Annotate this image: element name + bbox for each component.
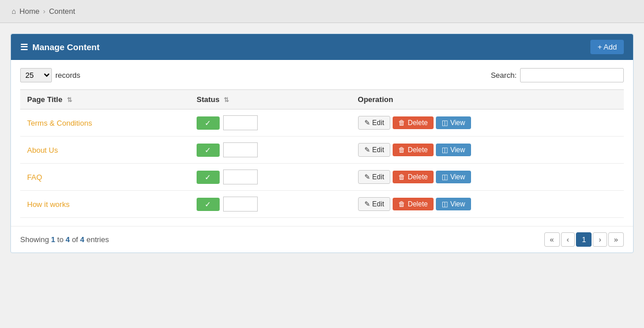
cell-operation: ✎ Edit🗑 Delete◫ View <box>351 191 624 218</box>
records-label: records <box>55 71 80 80</box>
col-status-label: Status <box>197 95 220 104</box>
cell-operation: ✎ Edit🗑 Delete◫ View <box>351 110 624 137</box>
status-toggle[interactable]: ✓ <box>197 144 220 157</box>
breadcrumb-current: Content <box>49 7 76 16</box>
status-toggle[interactable]: ✓ <box>197 198 220 211</box>
cell-status: ✓ <box>190 191 351 218</box>
edit-button[interactable]: ✎ Edit <box>358 197 391 211</box>
showing-text: Showing 1 to 4 of 4 entries <box>20 235 109 244</box>
panel-title-icon: ☰ <box>20 42 28 52</box>
panel-title-text: Manage Content <box>32 42 100 52</box>
cell-page-title: About Us <box>20 137 190 164</box>
pagination-last[interactable]: » <box>608 232 624 247</box>
page-title-link[interactable]: About Us <box>27 146 58 154</box>
panel-title: ☰ Manage Content <box>20 42 100 52</box>
search-label: Search: <box>491 71 517 80</box>
col-operation: Operation <box>351 90 624 110</box>
page-title-link[interactable]: FAQ <box>27 173 42 182</box>
status-text-input[interactable] <box>223 169 258 184</box>
table-row: FAQ✓✎ Edit🗑 Delete◫ View <box>20 164 624 191</box>
pagination-current[interactable]: 1 <box>576 232 592 247</box>
panel-body: 25 50 100 records Search: Page Title ⇅ <box>11 60 633 226</box>
main-panel: ☰ Manage Content + Add 25 50 100 records… <box>10 33 634 253</box>
panel-footer: Showing 1 to 4 of 4 entries « ‹ 1 › » <box>11 226 633 252</box>
search-input[interactable] <box>520 68 624 82</box>
table-row: About Us✓✎ Edit🗑 Delete◫ View <box>20 137 624 164</box>
edit-button[interactable]: ✎ Edit <box>358 170 391 184</box>
delete-icon: 🗑 <box>398 146 405 154</box>
sort-icon-status: ⇅ <box>224 96 229 103</box>
sort-icon-page-title: ⇅ <box>67 96 72 103</box>
status-text-input[interactable] <box>223 115 258 130</box>
cell-status: ✓ <box>190 110 351 137</box>
cell-operation: ✎ Edit🗑 Delete◫ View <box>351 137 624 164</box>
breadcrumb-home[interactable]: Home <box>20 7 40 16</box>
showing-total: 4 <box>80 235 84 244</box>
status-text-input[interactable] <box>223 142 258 157</box>
cell-page-title: FAQ <box>20 164 190 191</box>
showing-from: 1 <box>51 235 55 244</box>
search-control: Search: <box>491 68 624 82</box>
cell-operation: ✎ Edit🗑 Delete◫ View <box>351 164 624 191</box>
table-row: Terms & Conditions✓✎ Edit🗑 Delete◫ View <box>20 110 624 137</box>
edit-icon: ✎ <box>364 200 370 208</box>
status-toggle[interactable]: ✓ <box>197 171 220 184</box>
pagination: « ‹ 1 › » <box>544 232 624 247</box>
pagination-first[interactable]: « <box>544 232 560 247</box>
cell-status: ✓ <box>190 164 351 191</box>
view-button[interactable]: ◫ View <box>436 198 471 210</box>
edit-button[interactable]: ✎ Edit <box>358 116 391 130</box>
table-row: How it works✓✎ Edit🗑 Delete◫ View <box>20 191 624 218</box>
edit-icon: ✎ <box>364 173 370 181</box>
col-status[interactable]: Status ⇅ <box>190 90 351 110</box>
delete-button[interactable]: 🗑 Delete <box>393 198 434 210</box>
panel-header: ☰ Manage Content + Add <box>11 34 633 60</box>
view-icon: ◫ <box>442 146 448 154</box>
delete-icon: 🗑 <box>398 173 405 181</box>
delete-icon: 🗑 <box>398 119 405 127</box>
table-body: Terms & Conditions✓✎ Edit🗑 Delete◫ ViewA… <box>20 110 624 218</box>
breadcrumb-separator: › <box>43 7 46 16</box>
page-title-link[interactable]: Terms & Conditions <box>27 119 92 127</box>
breadcrumb: ⌂ Home › Content <box>0 0 644 23</box>
delete-button[interactable]: 🗑 Delete <box>393 171 434 183</box>
pagination-next[interactable]: › <box>593 232 607 247</box>
home-icon: ⌂ <box>12 7 16 16</box>
table-header: Page Title ⇅ Status ⇅ Operation <box>20 90 624 110</box>
col-page-title-label: Page Title <box>27 95 62 104</box>
view-icon: ◫ <box>442 119 448 127</box>
view-icon: ◫ <box>442 200 448 208</box>
top-controls: 25 50 100 records Search: <box>20 68 624 82</box>
status-toggle[interactable]: ✓ <box>197 116 220 130</box>
pagination-prev[interactable]: ‹ <box>561 232 575 247</box>
delete-icon: 🗑 <box>398 200 405 208</box>
view-button[interactable]: ◫ View <box>436 116 471 129</box>
cell-page-title: How it works <box>20 191 190 218</box>
delete-button[interactable]: 🗑 Delete <box>393 116 434 129</box>
edit-icon: ✎ <box>364 146 370 154</box>
view-icon: ◫ <box>442 173 448 181</box>
records-control: 25 50 100 records <box>20 68 80 82</box>
records-select[interactable]: 25 50 100 <box>20 68 52 82</box>
edit-icon: ✎ <box>364 119 370 127</box>
col-page-title[interactable]: Page Title ⇅ <box>20 90 190 110</box>
status-text-input[interactable] <box>223 197 258 212</box>
cell-status: ✓ <box>190 137 351 164</box>
page-title-link[interactable]: How it works <box>27 200 70 209</box>
view-button[interactable]: ◫ View <box>436 144 471 156</box>
edit-button[interactable]: ✎ Edit <box>358 143 391 157</box>
delete-button[interactable]: 🗑 Delete <box>393 144 434 156</box>
col-operation-label: Operation <box>358 95 393 104</box>
content-table: Page Title ⇅ Status ⇅ Operation Terms & … <box>20 89 624 218</box>
cell-page-title: Terms & Conditions <box>20 110 190 137</box>
showing-to: 4 <box>66 235 70 244</box>
add-button[interactable]: + Add <box>590 40 624 54</box>
view-button[interactable]: ◫ View <box>436 171 471 183</box>
